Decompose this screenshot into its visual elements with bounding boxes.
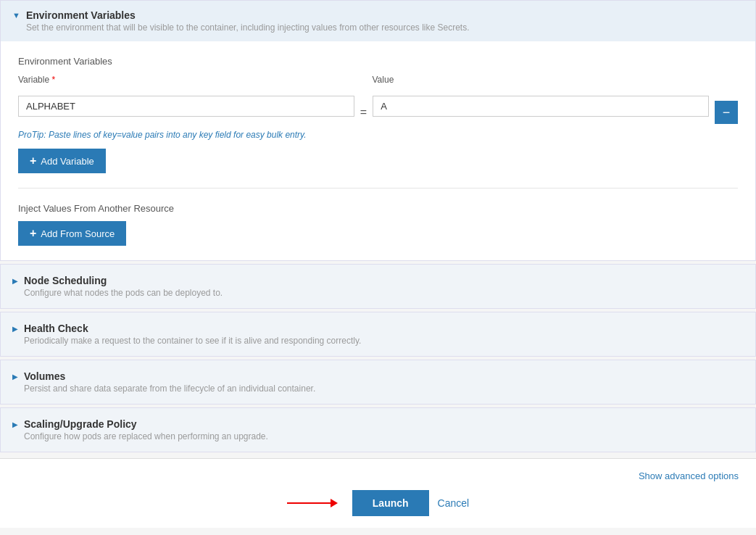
add-source-label: Add From Source xyxy=(41,228,115,239)
env-variables-section: ▼ Environment Variables Set the environm… xyxy=(0,0,756,261)
arrow-head xyxy=(331,499,338,507)
show-advanced-link[interactable]: Show advanced options xyxy=(639,470,739,481)
page-wrapper: ▼ Environment Variables Set the environm… xyxy=(0,0,756,528)
env-section-header[interactable]: ▼ Environment Variables Set the environm… xyxy=(1,1,755,41)
node-scheduling-toggle-icon: ▶ xyxy=(12,277,18,285)
launch-button[interactable]: Launch xyxy=(352,490,429,516)
volumes-toggle-icon: ▶ xyxy=(12,373,18,381)
env-field-row: = − xyxy=(18,88,738,124)
env-section-body: Environment Variables Variable * Value xyxy=(1,41,755,260)
env-vars-label: Environment Variables xyxy=(18,56,738,67)
variable-label-col: Variable * xyxy=(18,74,355,85)
node-scheduling-section: ▶ Node Scheduling Configure what nodes t… xyxy=(0,264,756,309)
add-source-plus-icon: + xyxy=(30,227,36,240)
variable-label: Variable * xyxy=(18,75,55,85)
add-variable-plus-icon: + xyxy=(30,154,36,167)
arrow-line xyxy=(287,502,331,504)
value-label-col: Value xyxy=(373,74,710,85)
scaling-title: Scaling/Upgrade Policy xyxy=(24,418,268,430)
scaling-header[interactable]: ▶ Scaling/Upgrade Policy Configure how p… xyxy=(1,408,755,452)
env-section-title: Environment Variables xyxy=(26,9,470,21)
health-check-subtitle: Periodically make a request to the conta… xyxy=(24,336,361,346)
scaling-section: ▶ Scaling/Upgrade Policy Configure how p… xyxy=(0,407,756,452)
scaling-subtitle: Configure how pods are replaced when per… xyxy=(24,431,268,441)
footer: Show advanced options Launch Cancel xyxy=(0,458,756,528)
node-scheduling-subtitle: Configure what nodes the pods can be dep… xyxy=(24,288,223,298)
health-check-toggle-icon: ▶ xyxy=(12,325,18,333)
footer-actions: Launch Cancel xyxy=(17,490,739,516)
variable-input[interactable] xyxy=(18,96,354,117)
volumes-header[interactable]: ▶ Volumes Persist and share data separat… xyxy=(1,360,755,404)
cancel-button[interactable]: Cancel xyxy=(438,497,470,509)
field-labels-row: Variable * Value xyxy=(18,74,738,85)
health-check-title-block: Health Check Periodically make a request… xyxy=(24,323,361,346)
value-input[interactable] xyxy=(373,96,709,117)
arrow-indicator xyxy=(287,499,338,507)
add-variable-button[interactable]: + Add Variable xyxy=(18,149,106,173)
node-scheduling-title-block: Node Scheduling Configure what nodes the… xyxy=(24,275,223,298)
value-input-wrapper xyxy=(373,96,709,117)
required-star: * xyxy=(51,75,55,85)
volumes-section: ▶ Volumes Persist and share data separat… xyxy=(0,360,756,405)
scaling-title-block: Scaling/Upgrade Policy Configure how pod… xyxy=(24,418,268,441)
health-check-header[interactable]: ▶ Health Check Periodically make a reque… xyxy=(1,312,755,356)
health-check-title: Health Check xyxy=(24,323,361,334)
remove-variable-button[interactable]: − xyxy=(715,101,738,124)
protip-text: ProTip: Paste lines of key=value pairs i… xyxy=(18,130,738,140)
add-variable-label: Add Variable xyxy=(41,156,94,167)
env-section-title-block: Environment Variables Set the environmen… xyxy=(26,9,470,33)
volumes-title-block: Volumes Persist and share data separate … xyxy=(24,370,315,394)
node-scheduling-header[interactable]: ▶ Node Scheduling Configure what nodes t… xyxy=(1,265,755,308)
equals-sign: = xyxy=(360,106,367,119)
node-scheduling-title: Node Scheduling xyxy=(24,275,223,286)
variable-input-wrapper xyxy=(18,96,354,117)
value-label: Value xyxy=(373,75,394,85)
section-divider xyxy=(18,188,738,188)
health-check-section: ▶ Health Check Periodically make a reque… xyxy=(0,312,756,357)
volumes-title: Volumes xyxy=(24,370,315,382)
add-from-source-button[interactable]: + Add From Source xyxy=(18,221,126,246)
volumes-subtitle: Persist and share data separate from the… xyxy=(24,383,315,394)
inject-label: Inject Values From Another Resource xyxy=(18,203,738,214)
collapse-toggle-icon: ▼ xyxy=(12,11,20,20)
scaling-toggle-icon: ▶ xyxy=(12,420,18,428)
env-section-subtitle: Set the environment that will be visible… xyxy=(26,22,470,33)
show-advanced-container: Show advanced options xyxy=(17,470,739,481)
